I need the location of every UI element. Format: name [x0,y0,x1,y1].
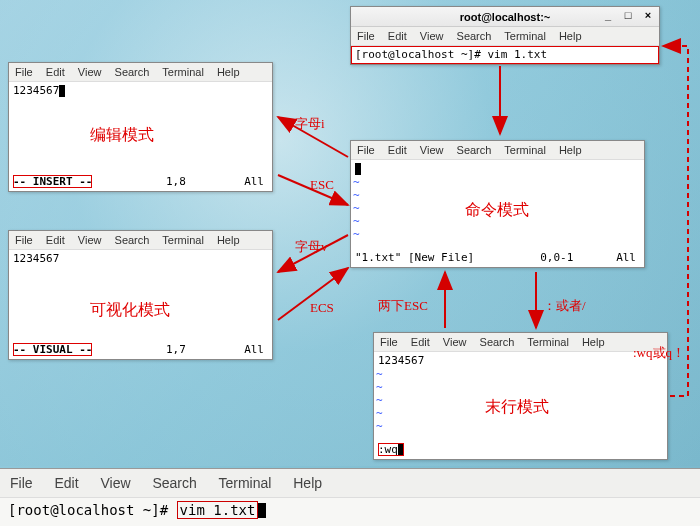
menu-search[interactable]: Search [457,144,492,156]
menu-help[interactable]: Help [217,66,240,78]
menu-file[interactable]: File [15,234,33,246]
status-position: 1,7 [166,343,186,356]
maximize-icon[interactable]: □ [621,9,635,21]
close-icon[interactable]: × [641,9,655,21]
menu-file[interactable]: File [10,475,33,491]
menu-help[interactable]: Help [217,234,240,246]
menu-help[interactable]: Help [559,144,582,156]
menu-terminal[interactable]: Terminal [527,336,569,348]
menu-file[interactable]: File [380,336,398,348]
buffer-content: 1234567 [378,354,424,367]
menu-edit[interactable]: Edit [46,234,65,246]
cursor [355,163,361,175]
menubar: File Edit View Search Terminal Help [9,63,272,82]
menu-help[interactable]: Help [559,30,582,42]
menu-terminal[interactable]: Terminal [504,144,546,156]
status-file: "1.txt" [New File] [355,251,474,264]
label-esc: ESC [310,177,334,193]
prompt: [root@localhost ~]# [8,502,168,518]
menu-help[interactable]: Help [293,475,322,491]
status-mode: -- INSERT -- [13,175,92,188]
command-text: vim 1.txt [180,502,256,518]
label-insert-mode: 编辑模式 [90,125,154,146]
label-letter-i: 字母i [295,115,325,133]
status-scroll: All [244,175,264,188]
menu-file[interactable]: File [357,144,375,156]
label-letter-v: 字母v [295,238,328,256]
terminal-lastline-mode: File Edit View Search Terminal Help 1234… [373,332,668,460]
menu-search[interactable]: Search [115,66,150,78]
menu-search[interactable]: Search [457,30,492,42]
buffer-content: 1234567 [13,252,59,265]
terminal-bottom: File Edit View Search Terminal Help [roo… [0,468,700,526]
status-position: 0,0-1 [540,251,573,264]
menu-view[interactable]: View [100,475,130,491]
buffer-content: 1234567 [13,84,59,97]
menu-view[interactable]: View [78,66,102,78]
terminal-prompt-line[interactable]: [root@localhost ~]# vim 1.txt [0,498,700,522]
menu-file[interactable]: File [15,66,33,78]
cursor [258,503,266,518]
menu-search[interactable]: Search [115,234,150,246]
menu-edit[interactable]: Edit [46,66,65,78]
menubar: File Edit View Search Terminal Help [351,141,644,160]
prompt-text: [root@localhost ~]# vim 1.txt [355,48,547,61]
menu-view[interactable]: View [443,336,467,348]
label-double-esc: 两下ESC [378,297,428,315]
cursor [59,85,65,97]
menubar: File Edit View Search Terminal Help [9,231,272,250]
tilde-column: ~~~~~ [353,176,360,241]
status-mode: -- VISUAL -- [13,343,92,356]
terminal-prompt-line[interactable]: [root@localhost ~]# vim 1.txt [351,46,659,64]
menu-edit[interactable]: Edit [411,336,430,348]
menu-terminal[interactable]: Terminal [504,30,546,42]
titlebar[interactable]: root@localhost:~ _ □ × [351,7,659,27]
menubar: File Edit View Search Terminal Help [351,27,659,46]
menu-view[interactable]: View [78,234,102,246]
menu-terminal[interactable]: Terminal [162,66,204,78]
menubar: File Edit View Search Terminal Help [374,333,667,352]
menu-edit[interactable]: Edit [388,144,407,156]
minimize-icon[interactable]: _ [601,9,615,21]
window-title: root@localhost:~ [460,11,550,23]
status-scroll: All [616,251,636,264]
status-position: 1,8 [166,175,186,188]
menu-edit[interactable]: Edit [388,30,407,42]
label-colon-slash: ：或者/ [543,297,586,315]
label-wq-q: :wq或q！ [633,344,685,362]
status-scroll: All [244,343,264,356]
label-ecs: ECS [310,300,334,316]
label-command-mode: 命令模式 [465,200,529,221]
menu-view[interactable]: View [420,144,444,156]
terminal-top: root@localhost:~ _ □ × File Edit View Se… [350,6,660,65]
cursor [398,444,404,456]
label-lastline-mode: 末行模式 [485,397,549,418]
ex-command: :wq [378,443,404,456]
label-visual-mode: 可视化模式 [90,300,170,321]
menu-view[interactable]: View [420,30,444,42]
menu-file[interactable]: File [357,30,375,42]
menu-search[interactable]: Search [152,475,196,491]
terminal-visual-mode: File Edit View Search Terminal Help 1234… [8,230,273,360]
menu-edit[interactable]: Edit [54,475,78,491]
menu-search[interactable]: Search [480,336,515,348]
tilde-column: ~~~~~ [376,368,383,433]
menu-terminal[interactable]: Terminal [218,475,271,491]
menu-terminal[interactable]: Terminal [162,234,204,246]
menu-help[interactable]: Help [582,336,605,348]
menubar: File Edit View Search Terminal Help [0,469,700,498]
